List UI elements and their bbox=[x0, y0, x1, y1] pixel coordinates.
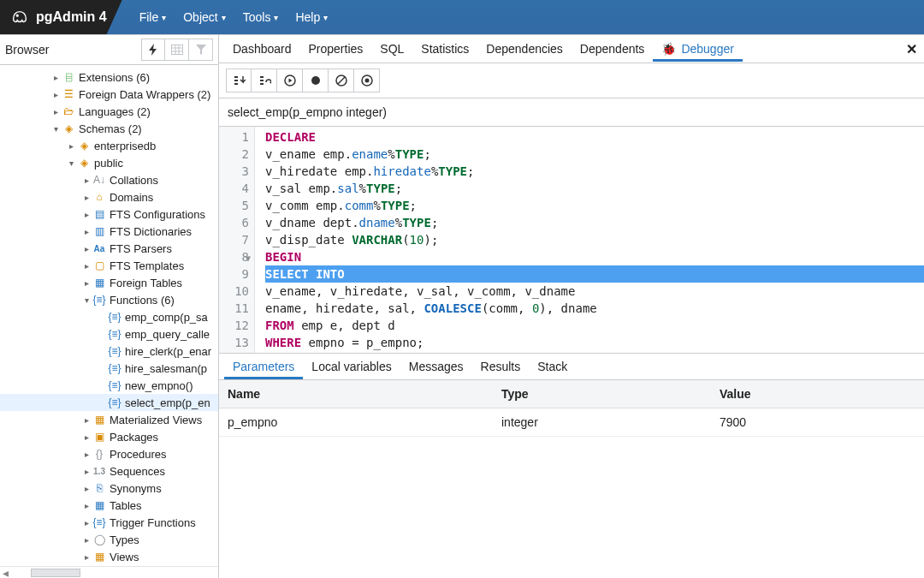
tab-sql[interactable]: SQL bbox=[371, 36, 412, 62]
tree-fdw[interactable]: ☰Foreign Data Wrappers (2) bbox=[0, 86, 218, 103]
tab-dependencies[interactable]: Dependencies bbox=[477, 36, 572, 62]
tree-foreign-tables[interactable]: ▦Foreign Tables bbox=[0, 274, 218, 291]
col-name: Name bbox=[219, 380, 493, 408]
tree-views[interactable]: ▦Views bbox=[0, 548, 218, 565]
tree-procedures[interactable]: {}Procedures bbox=[0, 445, 218, 462]
play-circle-icon bbox=[284, 74, 296, 86]
function-icon: {≡} bbox=[108, 378, 121, 392]
menu-help[interactable]: Help▾ bbox=[288, 0, 335, 34]
elephant-icon bbox=[10, 8, 29, 27]
table-row[interactable]: p_empno integer 7900 bbox=[219, 408, 924, 437]
btn-continue[interactable] bbox=[277, 69, 303, 92]
tab-debugger[interactable]: 🐞Debugger bbox=[653, 36, 743, 62]
btn-clear-breakpoints[interactable] bbox=[329, 69, 354, 92]
browser-hscroll[interactable]: ◂ bbox=[0, 566, 218, 578]
tree-fts-parsers[interactable]: AaFTS Parsers bbox=[0, 240, 218, 257]
step-over-icon bbox=[258, 74, 271, 86]
debug-toolbar bbox=[219, 63, 924, 98]
function-icon: {≡} bbox=[108, 396, 121, 409]
tool-grid[interactable] bbox=[165, 39, 189, 61]
gutter[interactable]: 1 2 3 4 5 6 7 8▼ 9 10 11 12 13 bbox=[219, 127, 255, 353]
tab-statistics[interactable]: Statistics bbox=[412, 36, 477, 62]
tab-dashboard[interactable]: Dashboard bbox=[224, 36, 300, 62]
schema-icon: ◈ bbox=[77, 139, 91, 152]
bug-icon: 🐞 bbox=[661, 42, 676, 56]
debug-tabs: Parameters Local variables Messages Resu… bbox=[219, 353, 924, 380]
ftsparsers-icon: Aa bbox=[92, 241, 106, 255]
procedures-icon: {} bbox=[92, 447, 106, 461]
bolt-icon bbox=[148, 44, 158, 56]
tree-fts-templates[interactable]: ▢FTS Templates bbox=[0, 257, 218, 274]
svg-point-6 bbox=[364, 79, 369, 83]
tree-public[interactable]: ◈public bbox=[0, 154, 218, 171]
dot-icon bbox=[310, 74, 322, 86]
tab-close[interactable]: ✕ bbox=[906, 41, 917, 57]
tree-fn-newempno[interactable]: {≡}new_empno() bbox=[0, 377, 218, 394]
tree-synonyms[interactable]: ⎘Synonyms bbox=[0, 480, 218, 497]
tree-domains[interactable]: ⌂Domains bbox=[0, 188, 218, 206]
tool-bolt[interactable] bbox=[141, 39, 165, 61]
btn-toggle-breakpoint[interactable] bbox=[303, 69, 329, 92]
tree-functions[interactable]: {≡}Functions (6) bbox=[0, 291, 218, 308]
current-line: SELECT INTO bbox=[265, 265, 924, 283]
svg-point-0 bbox=[16, 15, 18, 16]
code-body[interactable]: DECLARE v_ename emp.ename%TYPE; v_hireda… bbox=[255, 127, 924, 353]
filter-icon bbox=[196, 45, 206, 55]
types-icon: ◯ bbox=[92, 533, 106, 546]
tree-packages[interactable]: ▣Packages bbox=[0, 428, 218, 445]
domains-icon: ⌂ bbox=[92, 190, 106, 204]
code-editor[interactable]: 1 2 3 4 5 6 7 8▼ 9 10 11 12 13 DECLARE v… bbox=[219, 127, 924, 353]
menu-object[interactable]: Object▾ bbox=[176, 0, 232, 34]
menu-file[interactable]: File▾ bbox=[133, 0, 174, 34]
tree-triggerfns[interactable]: {≡}Trigger Functions bbox=[0, 514, 218, 531]
btab-messages[interactable]: Messages bbox=[400, 355, 472, 378]
svg-rect-1 bbox=[171, 45, 182, 55]
btab-locals[interactable]: Local variables bbox=[303, 355, 400, 378]
brand: pgAdmin 4 bbox=[0, 0, 122, 34]
tree-fn-empcomp[interactable]: {≡}emp_comp(p_sa bbox=[0, 308, 218, 325]
synonyms-icon: ⎘ bbox=[92, 481, 106, 495]
tool-filter[interactable] bbox=[189, 39, 213, 61]
extensions-icon: ⌸ bbox=[62, 70, 75, 84]
triggerfns-icon: {≡} bbox=[92, 515, 106, 529]
tree-fts-dict[interactable]: ▥FTS Dictionaries bbox=[0, 223, 218, 240]
tree-enterprisedb[interactable]: ◈enterprisedb bbox=[0, 137, 218, 154]
tab-properties[interactable]: Properties bbox=[300, 36, 372, 62]
menu-tools[interactable]: Tools▾ bbox=[236, 0, 286, 34]
views-icon: ▦ bbox=[92, 550, 106, 563]
tree-types[interactable]: ◯Types bbox=[0, 531, 218, 548]
languages-icon: 🗁 bbox=[62, 104, 75, 118]
btab-stack[interactable]: Stack bbox=[529, 355, 576, 378]
function-icon: {≡} bbox=[108, 327, 121, 341]
tree-fts-conf[interactable]: ▤FTS Configurations bbox=[0, 206, 218, 223]
tree-sequences[interactable]: 1.3Sequences bbox=[0, 462, 218, 480]
sequences-icon: 1.3 bbox=[92, 464, 106, 478]
function-icon: {≡} bbox=[108, 310, 121, 324]
btn-step-into[interactable] bbox=[226, 69, 252, 92]
function-icon: {≡} bbox=[108, 344, 121, 358]
tree-schemas[interactable]: ◈Schemas (2) bbox=[0, 120, 218, 137]
tab-dependents[interactable]: Dependents bbox=[572, 36, 654, 62]
col-type: Type bbox=[493, 380, 711, 408]
tree-tables[interactable]: ▦Tables bbox=[0, 497, 218, 514]
tree-mviews[interactable]: ▦Materialized Views bbox=[0, 411, 218, 428]
tree-fn-selectemp[interactable]: {≡}select_emp(p_en bbox=[0, 394, 218, 411]
btn-step-over[interactable] bbox=[252, 69, 277, 92]
tree-fn-hireclerk[interactable]: {≡}hire_clerk(p_enar bbox=[0, 343, 218, 360]
tree-fn-hiresalesman[interactable]: {≡}hire_salesman(p bbox=[0, 360, 218, 377]
object-tree[interactable]: ⌸Extensions (6) ☰Foreign Data Wrappers (… bbox=[0, 65, 218, 566]
tree-fn-empquery[interactable]: {≡}emp_query_calle bbox=[0, 325, 218, 343]
btab-parameters[interactable]: Parameters bbox=[224, 355, 303, 379]
tree-languages[interactable]: 🗁Languages (2) bbox=[0, 103, 218, 120]
tree-extensions[interactable]: ⌸Extensions (6) bbox=[0, 69, 218, 86]
tree-collations[interactable]: A↓Collations bbox=[0, 171, 218, 188]
btn-stop[interactable] bbox=[354, 69, 380, 92]
schemas-icon: ◈ bbox=[62, 122, 75, 135]
fold-icon[interactable]: ▼ bbox=[246, 250, 251, 267]
no-entry-icon bbox=[335, 74, 347, 86]
fdw-icon: ☰ bbox=[62, 87, 75, 101]
ftsdict-icon: ▥ bbox=[92, 224, 106, 238]
browser-panel: Browser ⌸Extensions (6) ☰Foreign Data Wr… bbox=[0, 35, 219, 578]
btab-results[interactable]: Results bbox=[472, 355, 530, 378]
ftstemplates-icon: ▢ bbox=[92, 259, 106, 272]
